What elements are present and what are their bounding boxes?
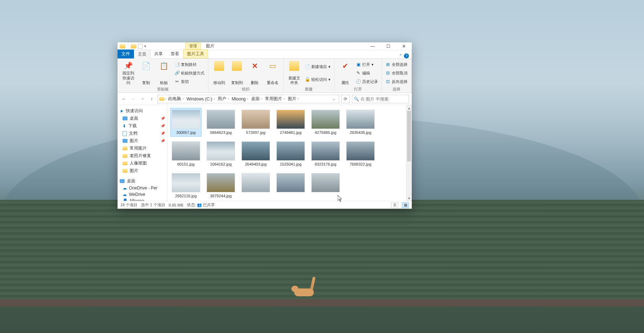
file-name-label: 2749481.jpg	[280, 130, 302, 135]
close-button[interactable]: ✕	[396, 42, 412, 50]
tab-view[interactable]: 查看	[167, 50, 183, 58]
mouse-cursor-icon	[338, 195, 343, 204]
new-folder-button[interactable]: 新建文件夹	[286, 60, 302, 86]
breadcrumb-segment[interactable]: 常用图片›	[264, 96, 286, 102]
file-thumbnail	[346, 110, 375, 129]
delete-button[interactable]: ✕删除	[247, 60, 263, 86]
file-thumbnail	[276, 141, 305, 161]
file-item[interactable]: 2649403.jpg	[240, 140, 271, 168]
vertical-scrollbar[interactable]: ▴ ▾	[406, 105, 412, 201]
sidebar-downloads[interactable]: ⬇下载📌	[118, 122, 167, 130]
paste-button[interactable]: 📋粘贴	[156, 60, 172, 86]
file-item[interactable]: 4275885.jpg	[310, 108, 341, 137]
file-item[interactable]: 2835436.jpg	[345, 108, 376, 137]
select-none-button[interactable]: ⊟全部取消	[385, 69, 408, 77]
file-name-label: 3879244.jpg	[210, 194, 232, 198]
tab-picture-tools[interactable]: 图片工具	[183, 50, 208, 58]
tab-home[interactable]: 主页	[134, 50, 150, 59]
sidebar-pictures2[interactable]: 图片	[118, 167, 167, 175]
invert-selection-button[interactable]: ⊡反向选择	[385, 78, 408, 85]
collapse-ribbon-icon[interactable]: ⌃	[399, 53, 402, 58]
file-list-view[interactable]: 300857.jpg5864623.jpg572897.jpg2749481.j…	[167, 105, 406, 201]
file-item[interactable]: 1064162.jpg	[205, 140, 237, 168]
file-name-label: 2662116.jpg	[175, 194, 197, 198]
help-icon[interactable]: ?	[404, 53, 409, 58]
file-thumbnail	[172, 141, 200, 161]
edit-button[interactable]: ✎编辑	[355, 69, 379, 77]
tab-share[interactable]: 共享	[150, 50, 167, 58]
status-size: 8.85 MB	[169, 203, 183, 207]
sidebar-onedrive[interactable]: ☁OneDrive - Per	[118, 185, 167, 191]
forward-button[interactable]: →	[130, 95, 137, 103]
sidebar-wedrive[interactable]: ☁WeDrive	[118, 191, 167, 198]
address-dropdown-icon[interactable]: ⌄	[330, 97, 337, 101]
details-view-button[interactable]: ☰	[391, 202, 398, 208]
tab-file[interactable]: 文件	[118, 50, 134, 58]
sidebar-documents[interactable]: 文档📌	[118, 130, 167, 137]
sidebar-common-pics[interactable]: 常用图片	[118, 145, 167, 152]
open-button[interactable]: ▣打开 ▾	[355, 61, 379, 68]
select-all-button[interactable]: ⊞全部选择	[385, 61, 408, 68]
sidebar-old-photo-repair[interactable]: 老照片修复	[118, 152, 167, 160]
file-name-label: 2649403.jpg	[245, 162, 267, 167]
file-name-label: 7688322.jpg	[350, 162, 372, 167]
scrollbar-thumb[interactable]	[407, 111, 411, 161]
sidebar-quick-access[interactable]: ★快速访问	[118, 107, 167, 115]
back-button[interactable]: ←	[120, 95, 128, 103]
file-item[interactable]: 7688322.jpg	[345, 140, 376, 168]
breadcrumb-segment[interactable]: 此电脑›	[167, 96, 185, 102]
file-thumbnail	[207, 110, 235, 129]
sidebar-portrait-matting[interactable]: 人像抠图	[118, 160, 167, 167]
file-item[interactable]	[310, 171, 341, 200]
search-input[interactable]	[360, 97, 407, 102]
copy-button[interactable]: 📄复制	[138, 60, 154, 86]
file-item[interactable]: 3879244.jpg	[205, 171, 237, 200]
sidebar-pictures[interactable]: 图片📌	[118, 137, 167, 145]
search-box[interactable]: 🔍	[352, 95, 409, 103]
file-item[interactable]: 5864623.jpg	[205, 108, 237, 137]
file-item[interactable]: 1525041.jpg	[275, 140, 306, 168]
up-button[interactable]: ↑	[148, 95, 155, 103]
history-button[interactable]: 🕘历史记录	[355, 78, 379, 85]
address-bar[interactable]: › 此电脑›Windows (C:)›用户›Mloong›桌面›常用图片›图片›…	[157, 95, 339, 103]
maximize-button[interactable]: ☐	[380, 42, 396, 50]
file-item[interactable]	[275, 171, 306, 200]
move-to-button[interactable]: 移动到	[211, 60, 227, 86]
qat-properties-icon[interactable]	[138, 44, 143, 49]
thumbnails-view-button[interactable]: ▦	[402, 202, 409, 208]
copy-path-button[interactable]: 📑复制路径	[174, 61, 205, 68]
file-item[interactable]: 300857.jpg	[170, 108, 202, 137]
file-item[interactable]: 8323176.jpg	[310, 140, 341, 168]
minimize-button[interactable]: —	[365, 42, 380, 50]
recent-locations-button[interactable]: ▾	[139, 95, 146, 103]
sidebar-mloong[interactable]: 👤Mloong	[118, 198, 167, 201]
new-item-button[interactable]: 📄新建项目 ▾	[304, 63, 331, 70]
file-item[interactable]: 80151.jpg	[170, 140, 202, 168]
scroll-down-button[interactable]: ▾	[406, 195, 412, 201]
properties-button[interactable]: ✔属性	[337, 60, 353, 86]
qat-open-icon[interactable]	[131, 44, 136, 48]
copy-to-button[interactable]: 复制到	[229, 60, 245, 86]
refresh-button[interactable]: ⟳	[341, 95, 350, 103]
file-thumbnail	[242, 141, 270, 161]
file-item[interactable]	[240, 171, 271, 200]
breadcrumb-segment[interactable]: 桌面›	[250, 96, 264, 102]
file-item[interactable]: 2662116.jpg	[170, 171, 202, 200]
scroll-up-button[interactable]: ▴	[406, 105, 412, 111]
sidebar-desktop[interactable]: 桌面📌	[118, 115, 167, 122]
pin-to-quick-access-button[interactable]: 📌固定到快速访问	[120, 60, 136, 86]
navigation-pane[interactable]: ★快速访问 桌面📌 ⬇下载📌 文档📌 图片📌 常用图片 老照片修复 人像抠图 图…	[118, 105, 167, 201]
cut-button[interactable]: ✂剪切	[174, 78, 205, 85]
file-item[interactable]: 572897.jpg	[240, 108, 271, 137]
breadcrumb-segment[interactable]: 图片›	[286, 96, 300, 102]
paste-shortcut-button[interactable]: 🔗粘贴快捷方式	[174, 69, 205, 77]
file-item[interactable]: 2749481.jpg	[275, 108, 306, 137]
breadcrumb-segment[interactable]: 用户›	[216, 96, 230, 102]
easy-access-button[interactable]: 🔓轻松访问 ▾	[304, 76, 331, 83]
rename-button[interactable]: ▭重命名	[265, 60, 280, 86]
breadcrumb-segment[interactable]: Mloong›	[230, 96, 250, 102]
sidebar-desktop2[interactable]: 桌面	[118, 177, 167, 185]
breadcrumb-segment[interactable]: Windows (C:)›	[185, 96, 216, 102]
ribbon-tabs: 文件 主页 共享 查看 图片工具 ⌃ ?	[118, 50, 412, 59]
title-bar[interactable]: ▾ 管理 图片 — ☐ ✕	[118, 42, 412, 50]
